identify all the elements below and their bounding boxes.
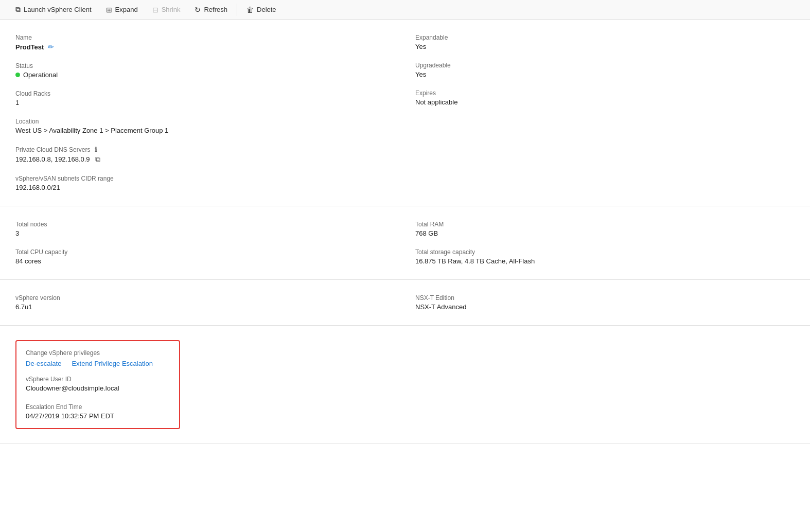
expand-button[interactable]: ⊞ Expand (99, 4, 145, 16)
copy-dns-icon[interactable]: ⧉ (95, 155, 100, 164)
cloud-info-section: Name ProdTest ✏ Status Operational Cloud… (0, 20, 810, 206)
toolbar-separator (237, 4, 237, 16)
expand-icon: ⊞ (106, 6, 112, 14)
privilege-escalation-box: Change vSphere privileges De-escalate Ex… (15, 340, 180, 429)
dns-label: Private Cloud DNS Servers ℹ (15, 146, 395, 153)
refresh-icon: ↻ (195, 6, 201, 14)
shrink-button[interactable]: ⊟ Shrink (145, 4, 188, 16)
launch-vsphere-button[interactable]: ⧉ Launch vSphere Client (8, 3, 99, 16)
name-row: ProdTest ✏ (15, 43, 395, 51)
cloud-info-right: Expandable Yes Upgradeable Yes Expires N… (405, 34, 795, 191)
upgradeable-field: Upgradeable Yes (415, 62, 795, 78)
software-left: vSphere version 6.7u1 (15, 294, 405, 311)
privilege-links: De-escalate Extend Privilege Escalation (26, 360, 170, 367)
software-section: vSphere version 6.7u1 NSX-T Edition NSX-… (0, 280, 810, 326)
cloud-info-left: Name ProdTest ✏ Status Operational Cloud… (15, 34, 405, 191)
refresh-button[interactable]: ↻ Refresh (187, 4, 235, 16)
dns-row: 192.168.0.8, 192.168.0.9 ⧉ (15, 155, 395, 164)
expires-field: Expires Not applicable (415, 90, 795, 106)
software-right: NSX-T Edition NSX-T Advanced (405, 294, 795, 311)
dns-field: Private Cloud DNS Servers ℹ 192.168.0.8,… (15, 146, 395, 164)
privilege-section: Change vSphere privileges De-escalate Ex… (0, 326, 810, 444)
delete-icon: 🗑 (246, 6, 254, 14)
capacity-right: Total RAM 768 GB Total storage capacity … (405, 221, 795, 265)
deescalate-link[interactable]: De-escalate (26, 360, 61, 367)
edit-name-icon[interactable]: ✏ (48, 43, 54, 51)
total-ram-field: Total RAM 768 GB (415, 221, 795, 237)
status-dot-icon (15, 73, 20, 77)
total-storage-field: Total storage capacity 16.875 TB Raw, 4.… (415, 249, 795, 265)
total-cpu-field: Total CPU capacity 84 cores (15, 249, 395, 265)
extend-privilege-link[interactable]: Extend Privilege Escalation (72, 360, 153, 367)
toolbar: ⧉ Launch vSphere Client ⊞ Expand ⊟ Shrin… (0, 0, 810, 20)
capacity-section: Total nodes 3 Total CPU capacity 84 core… (0, 206, 810, 280)
cloud-racks-field: Cloud Racks 1 (15, 90, 395, 107)
location-field: Location West US > Availability Zone 1 >… (15, 118, 395, 134)
vsphere-user-id-field: vSphere User ID Cloudowner@cloudsimple.l… (26, 376, 170, 392)
total-nodes-field: Total nodes 3 (15, 221, 395, 237)
expandable-field: Expandable Yes (415, 34, 795, 50)
status-row: Operational (15, 71, 395, 79)
capacity-left: Total nodes 3 Total CPU capacity 84 core… (15, 221, 405, 265)
dns-info-icon[interactable]: ℹ (95, 146, 97, 153)
launch-icon: ⧉ (15, 5, 21, 14)
name-field: Name ProdTest ✏ (15, 34, 395, 51)
delete-button[interactable]: 🗑 Delete (239, 4, 284, 16)
vsphere-version-field: vSphere version 6.7u1 (15, 294, 395, 311)
cidr-field: vSphere/vSAN subnets CIDR range 192.168.… (15, 175, 395, 191)
nsx-edition-field: NSX-T Edition NSX-T Advanced (415, 294, 795, 311)
status-field: Status Operational (15, 62, 395, 79)
shrink-icon: ⊟ (152, 6, 159, 14)
escalation-end-time-field: Escalation End Time 04/27/2019 10:32:57 … (26, 403, 170, 420)
main-content: Name ProdTest ✏ Status Operational Cloud… (0, 20, 810, 444)
